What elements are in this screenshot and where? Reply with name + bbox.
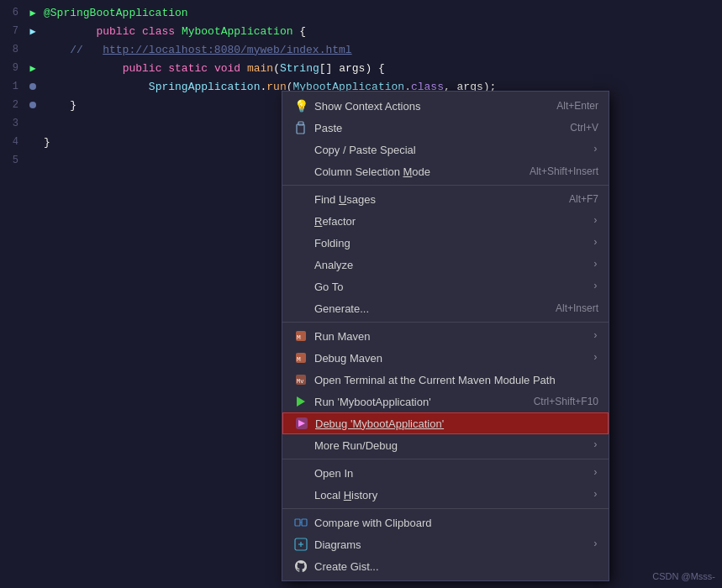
maven-icon: M — [292, 328, 309, 344]
menu-item-run-maven[interactable]: M Run Maven › — [282, 325, 609, 347]
no-icon — [292, 191, 309, 207]
menu-item-analyze[interactable]: Analyze › — [282, 254, 609, 276]
menu-item-label: Folding — [314, 237, 586, 249]
no-icon — [292, 465, 309, 481]
submenu-arrow: › — [593, 215, 598, 227]
menu-item-debug-myboot[interactable]: Debug 'MybootApplication' — [282, 412, 609, 434]
fold-dot2[interactable] — [29, 102, 36, 108]
menu-item-label: Show Context Actions — [314, 100, 540, 113]
line-number: 8 — [0, 44, 25, 55]
menu-item-generate[interactable]: Generate... Alt+Insert — [282, 297, 609, 319]
gutter-10 — [25, 83, 40, 90]
menu-item-refactor[interactable]: Refactor › — [282, 210, 609, 232]
menu-item-label: Generate... — [314, 302, 539, 315]
gutter-icon: ▶ — [25, 25, 40, 38]
submenu-arrow: › — [593, 259, 598, 270]
menu-item-show-context-actions[interactable]: 💡 Show Context Actions Alt+Enter — [282, 95, 609, 117]
no-icon — [292, 213, 309, 229]
line-number: 3 — [0, 118, 25, 129]
menu-item-label: Run 'MybootApplication' — [314, 396, 517, 408]
menu-item-shortcut: Alt+F7 — [569, 193, 598, 205]
menu-item-go-to[interactable]: Go To › — [282, 276, 609, 297]
menu-item-label: Open Terminal at the Current Maven Modul… — [314, 374, 598, 386]
no-icon — [292, 437, 309, 454]
svg-rect-0 — [297, 124, 304, 134]
menu-item-label: Find Usages — [314, 193, 552, 206]
code-text: } — [40, 136, 50, 149]
separator — [282, 185, 609, 186]
submenu-arrow: › — [593, 439, 598, 451]
menu-item-label: Column Selection Mode — [314, 165, 513, 178]
submenu-arrow: › — [593, 237, 598, 249]
menu-item-column-selection[interactable]: Column Selection Mode Alt+Shift+Insert — [282, 160, 609, 182]
menu-item-diagrams[interactable]: Diagrams › — [282, 533, 609, 555]
menu-item-label: Create Gist... — [314, 560, 598, 573]
menu-item-compare-clipboard[interactable]: Compare with Clipboard — [282, 512, 609, 533]
run-gutter-icon2[interactable]: ▶ — [29, 62, 35, 75]
run-debug-gutter-icon[interactable]: ▶ — [29, 25, 35, 38]
menu-item-label: Open In — [314, 467, 586, 480]
line-number: 1 — [0, 81, 25, 92]
menu-item-run-myboot[interactable]: Run 'MybootApplication' Ctrl+Shift+F10 — [282, 391, 609, 412]
code-editor: 6 ▶ @SpringBootApplication 7 ▶ public cl… — [0, 0, 722, 588]
menu-item-label: Debug 'MybootApplication' — [315, 417, 598, 430]
menu-item-open-in[interactable]: Open In › — [282, 462, 609, 484]
menu-item-find-usages[interactable]: Find Usages Alt+F7 — [282, 188, 609, 210]
debug-icon — [293, 415, 310, 432]
svg-marker-8 — [297, 396, 305, 407]
line-number: 9 — [0, 62, 25, 74]
svg-text:M: M — [297, 355, 301, 363]
run-icon — [292, 393, 309, 410]
menu-item-shortcut: Alt+Enter — [556, 100, 598, 112]
bulb-icon: 💡 — [292, 97, 309, 114]
line-number: 2 — [0, 99, 25, 111]
svg-text:Mv: Mv — [297, 378, 303, 385]
submenu-arrow: › — [593, 489, 598, 501]
compare-icon — [292, 514, 309, 531]
menu-item-copy-paste-special[interactable]: Copy / Paste Special › — [282, 139, 609, 160]
line-number: 5 — [0, 155, 25, 166]
menu-item-shortcut: Alt+Insert — [556, 302, 598, 314]
maven-debug-icon: M — [292, 349, 309, 366]
no-icon — [292, 486, 309, 503]
paste-icon — [292, 119, 309, 136]
fold-dot[interactable] — [29, 83, 36, 90]
line-number: 7 — [0, 25, 25, 37]
menu-item-open-terminal[interactable]: Mv Open Terminal at the Current Maven Mo… — [282, 369, 609, 391]
no-icon — [292, 278, 309, 295]
submenu-arrow: › — [593, 330, 598, 342]
svg-rect-11 — [295, 519, 300, 526]
separator — [282, 508, 609, 509]
terminal-maven-icon: Mv — [292, 371, 309, 388]
submenu-arrow: › — [593, 467, 598, 479]
menu-item-label: Analyze — [314, 259, 586, 271]
menu-item-label: Paste — [314, 122, 553, 134]
menu-item-label: Copy / Paste Special — [314, 144, 586, 156]
gutter-icon: ▶ — [25, 7, 40, 19]
svg-text:M: M — [297, 333, 301, 341]
menu-item-label: Diagrams — [314, 538, 586, 551]
line-number: 6 — [0, 7, 25, 18]
menu-item-paste[interactable]: Paste Ctrl+V — [282, 117, 609, 139]
menu-item-label: Debug Maven — [314, 352, 586, 365]
menu-item-more-run-debug[interactable]: More Run/Debug › — [282, 434, 609, 456]
menu-item-debug-maven[interactable]: M Debug Maven › — [282, 347, 609, 369]
context-menu: 💡 Show Context Actions Alt+Enter Paste C… — [282, 91, 609, 581]
separator — [282, 322, 609, 323]
menu-item-local-history[interactable]: Local History › — [282, 484, 609, 506]
menu-item-folding[interactable]: Folding › — [282, 232, 609, 254]
run-gutter-icon[interactable]: ▶ — [29, 7, 35, 19]
menu-item-shortcut: Ctrl+Shift+F10 — [534, 396, 598, 407]
svg-rect-12 — [302, 519, 307, 526]
submenu-arrow: › — [593, 281, 598, 292]
menu-item-label: Local History — [314, 489, 586, 501]
no-icon — [292, 234, 309, 251]
menu-item-shortcut: Ctrl+V — [570, 122, 598, 134]
menu-item-label: More Run/Debug — [314, 439, 586, 452]
menu-item-label: Run Maven — [314, 330, 586, 343]
menu-item-create-gist[interactable]: Create Gist... — [282, 555, 609, 577]
gutter-11 — [25, 102, 40, 108]
diagrams-icon — [292, 536, 309, 553]
submenu-arrow: › — [593, 144, 598, 155]
menu-item-label: Go To — [314, 281, 586, 293]
